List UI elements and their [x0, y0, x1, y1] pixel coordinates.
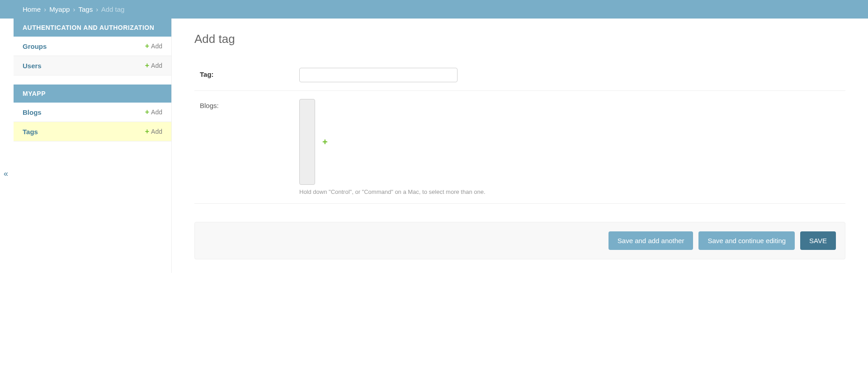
add-tag-form: Tag: Blogs: + Hold down "Control", or "C…	[194, 60, 845, 259]
add-related-blog-icon[interactable]: +	[322, 137, 328, 147]
sidebar-collapse-icon[interactable]: «	[4, 169, 8, 179]
sidebar-module-header-auth[interactable]: AUTHENTICATION AND AUTHORIZATION	[14, 19, 171, 37]
main-content: Add tag Tag: Blogs: + Hold down "Control…	[172, 19, 868, 273]
plus-icon: +	[145, 61, 149, 70]
breadcrumb-sep: ›	[44, 5, 46, 13]
blogs-label: Blogs:	[200, 99, 299, 109]
breadcrumb-app[interactable]: Myapp	[49, 5, 70, 13]
blogs-select[interactable]	[299, 99, 315, 185]
tag-label: Tag:	[200, 68, 299, 78]
sidebar-add-label: Add	[151, 108, 162, 116]
sidebar: AUTHENTICATION AND AUTHORIZATION Groups …	[14, 19, 172, 273]
sidebar-module-header-myapp[interactable]: MYAPP	[14, 85, 171, 103]
tag-input[interactable]	[299, 68, 458, 82]
sidebar-item-tags-link[interactable]: Tags	[23, 128, 38, 136]
breadcrumb-home[interactable]: Home	[23, 5, 41, 13]
breadcrumb: Home › Myapp › Tags › Add tag	[0, 0, 868, 19]
plus-icon: +	[145, 108, 149, 116]
sidebar-item-groups: Groups + Add	[14, 37, 171, 56]
sidebar-add-label: Add	[151, 62, 162, 69]
sidebar-item-tags-add[interactable]: + Add	[145, 127, 162, 136]
sidebar-item-users: Users + Add	[14, 56, 171, 75]
sidebar-module-auth: AUTHENTICATION AND AUTHORIZATION Groups …	[14, 19, 171, 75]
breadcrumb-sep: ›	[73, 5, 75, 13]
save-continue-button[interactable]: Save and continue editing	[698, 231, 795, 250]
sidebar-item-blogs-link[interactable]: Blogs	[23, 108, 42, 116]
sidebar-item-tags: Tags + Add	[14, 122, 171, 141]
form-row-tag: Tag:	[194, 60, 845, 91]
sidebar-item-blogs: Blogs + Add	[14, 103, 171, 122]
form-row-blogs: Blogs: + Hold down "Control", or "Comman…	[194, 91, 845, 204]
breadcrumb-sep: ›	[96, 5, 98, 13]
sidebar-add-label: Add	[151, 128, 162, 135]
page-title: Add tag	[194, 32, 845, 46]
save-add-another-button[interactable]: Save and add another	[609, 231, 693, 250]
sidebar-module-header-auth-link[interactable]: AUTHENTICATION AND AUTHORIZATION	[23, 24, 154, 31]
sidebar-item-groups-link[interactable]: Groups	[23, 42, 47, 50]
blogs-help-text: Hold down "Control", or "Command" on a M…	[299, 188, 840, 195]
sidebar-module-header-myapp-link[interactable]: MYAPP	[23, 90, 46, 97]
sidebar-item-users-add[interactable]: + Add	[145, 61, 162, 70]
breadcrumb-current: Add tag	[101, 5, 125, 13]
sidebar-item-users-link[interactable]: Users	[23, 62, 42, 70]
plus-icon: +	[145, 42, 149, 50]
sidebar-add-label: Add	[151, 42, 162, 50]
breadcrumb-model[interactable]: Tags	[78, 5, 93, 13]
sidebar-item-blogs-add[interactable]: + Add	[145, 108, 162, 116]
plus-icon: +	[145, 127, 149, 136]
submit-row: Save and add another Save and continue e…	[194, 222, 845, 259]
sidebar-module-myapp: MYAPP Blogs + Add Tags + Add	[14, 85, 171, 141]
save-button[interactable]: SAVE	[800, 231, 836, 250]
sidebar-item-groups-add[interactable]: + Add	[145, 42, 162, 50]
